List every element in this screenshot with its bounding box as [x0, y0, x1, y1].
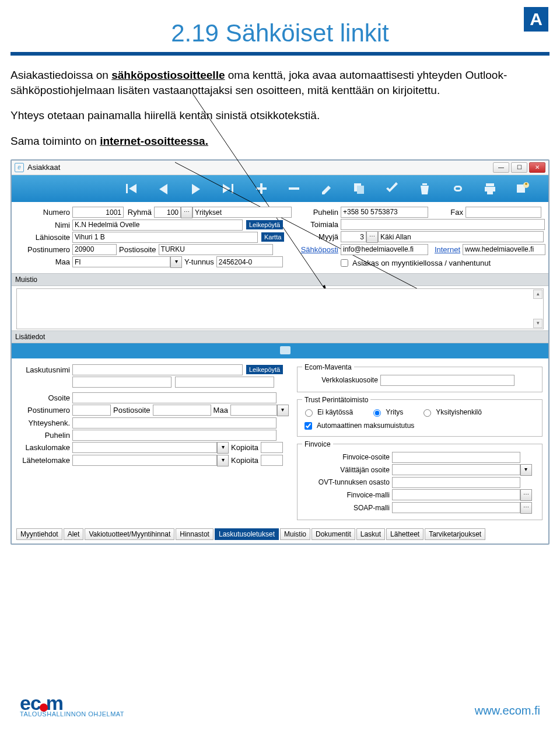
main-toolbar — [12, 175, 548, 202]
remove-icon[interactable] — [286, 180, 302, 197]
paragraph-3: Sama toiminto on internet-osoitteessa. — [10, 134, 550, 149]
postinumero-input[interactable] — [72, 244, 117, 255]
legend-trust: Trust Perintätoimisto — [302, 396, 371, 404]
osoite-input[interactable] — [72, 392, 276, 403]
tab-muistio[interactable]: Muistio — [280, 528, 310, 540]
window-maximize-button[interactable]: ☐ — [511, 162, 527, 173]
confirm-icon[interactable] — [384, 180, 400, 197]
soap-malli-input[interactable] — [392, 502, 520, 513]
tab-tarviketarjoukset[interactable]: Tarviketarjoukset — [425, 528, 485, 540]
puhelin-input[interactable] — [341, 207, 428, 218]
lisatiedot-icon[interactable] — [280, 346, 290, 354]
ytunnus-input[interactable] — [216, 256, 283, 267]
tab-hinnastot[interactable]: Hinnastot — [176, 528, 214, 540]
yhteyshenk-input[interactable] — [72, 417, 276, 429]
internet-input[interactable] — [463, 244, 545, 255]
autom-checkbox-label[interactable]: Automaattinen maksumuistutus — [302, 420, 537, 431]
ryhma-lookup-button[interactable]: ⋯ — [181, 207, 192, 218]
laskulomake-input[interactable] — [72, 442, 217, 453]
next-record-icon[interactable] — [188, 180, 204, 197]
finv-malli-lookup-button[interactable]: ⋯ — [520, 489, 532, 501]
last-record-icon[interactable] — [220, 180, 237, 197]
label-fax: Fax — [428, 208, 466, 217]
radio-yritys[interactable]: Yritys — [370, 407, 403, 417]
tab-alet[interactable]: Alet — [64, 528, 84, 540]
kopioita2-input[interactable] — [261, 455, 283, 466]
label-myyntikielto: Asiakas on myyntikiellossa / vanhentunut — [352, 259, 491, 267]
radio-ei-kaytossa[interactable]: Ei käytössä — [302, 407, 353, 417]
window-close-button[interactable]: ✕ — [529, 162, 545, 173]
tab-laskutusoletukset[interactable]: Laskutusoletukset — [215, 528, 279, 540]
laskutusnimi2-input[interactable] — [72, 377, 172, 388]
verkkolaskuosoite-input[interactable] — [380, 375, 514, 386]
valittajan-input[interactable] — [392, 464, 520, 475]
maa-input[interactable] — [72, 256, 170, 267]
copy-icon[interactable] — [351, 180, 368, 197]
toimiala-input[interactable] — [341, 219, 545, 230]
trash-icon[interactable] — [416, 180, 433, 197]
valittajan-dropdown-button[interactable]: ▾ — [520, 464, 532, 476]
ovt-input[interactable] — [392, 477, 520, 488]
label-lahiosoite: Lähiosoite — [18, 233, 72, 242]
autom-checkbox[interactable] — [304, 422, 312, 430]
lahiosoite-input[interactable] — [72, 232, 258, 243]
nimi-input[interactable] — [72, 220, 243, 231]
myyntikielto-checkbox[interactable] — [341, 259, 348, 267]
first-record-icon[interactable] — [123, 180, 139, 197]
edit-icon[interactable] — [318, 180, 335, 197]
window-title: Asiakkaat — [27, 163, 60, 172]
sahkoposti-input[interactable] — [341, 244, 428, 255]
muistio-scroll-up[interactable]: ▴ — [533, 290, 542, 299]
window-minimize-button[interactable]: — — [493, 162, 509, 173]
postiosoite-input[interactable] — [159, 244, 273, 255]
maa2-dropdown-button[interactable]: ▾ — [277, 405, 289, 416]
legend-ecom-maventa: Ecom-Maventa — [302, 363, 354, 371]
radio-yksityis[interactable]: Yksityishenkilö — [421, 407, 482, 417]
kopioita1-input[interactable] — [261, 442, 283, 453]
trust-group: Trust Perintätoimisto Ei käytössä Yritys… — [297, 396, 542, 437]
laskutusnimi-input[interactable] — [72, 364, 243, 375]
tab-dokumentit[interactable]: Dokumentit — [312, 528, 355, 540]
tab-l-hetteet[interactable]: Lähetteet — [386, 528, 424, 540]
add-icon[interactable] — [253, 180, 270, 197]
label-laskulomake: Laskulomake — [18, 443, 72, 452]
export-icon[interactable] — [514, 180, 531, 197]
myyja-lookup-button[interactable]: ⋯ — [366, 231, 378, 243]
lahetelomake-dropdown-button[interactable]: ▾ — [217, 455, 229, 466]
finv-osoite-input[interactable] — [392, 452, 520, 463]
tab-myyntiehdot[interactable]: Myyntiehdot — [16, 528, 62, 540]
print-icon[interactable] — [482, 180, 498, 197]
tab-laskut[interactable]: Laskut — [356, 528, 385, 540]
postinumero2-input[interactable] — [72, 405, 111, 416]
prev-record-icon[interactable] — [155, 180, 172, 197]
ryhma-name-input[interactable] — [192, 207, 292, 218]
maa-dropdown-button[interactable]: ▾ — [170, 256, 182, 268]
myyja-name-input[interactable] — [378, 231, 544, 242]
finv-malli-input[interactable] — [392, 489, 520, 500]
laskulomake-dropdown-button[interactable]: ▾ — [217, 442, 229, 454]
postiosoite2-input[interactable] — [153, 405, 211, 416]
ryhma-input[interactable] — [154, 207, 181, 218]
label-valittajan: Välittäjän osoite — [302, 466, 392, 474]
sahkoposti-link-label[interactable]: Sähköposti — [298, 245, 341, 254]
kartta-button[interactable]: Kartta — [261, 232, 284, 242]
tab-vakiotuotteet-myyntihinnat[interactable]: Vakiotuotteet/Myyntihinnat — [85, 528, 174, 540]
label-ytunnus: Y-tunnus — [182, 257, 216, 266]
myyja-nro-input[interactable] — [341, 231, 366, 242]
leikepoyta-button-2[interactable]: Leikepöytä — [246, 365, 283, 374]
soap-malli-lookup-button[interactable]: ⋯ — [520, 502, 532, 514]
page-footer: ecm TALOUSHALLINNON OHJELMAT www.ecom.fi — [0, 694, 560, 717]
maa2-input[interactable] — [230, 405, 277, 416]
laskutusnimi3-input[interactable] — [175, 377, 274, 388]
puhelin2-input[interactable] — [72, 430, 276, 441]
numero-input[interactable] — [72, 207, 124, 218]
lahetelomake-input[interactable] — [72, 455, 217, 466]
muistio-scroll-down[interactable]: ▾ — [533, 319, 542, 328]
label-osoite: Osoite — [18, 393, 72, 402]
muistio-textarea[interactable]: ▴ ▾ — [16, 288, 544, 329]
fax-input[interactable] — [466, 207, 541, 218]
label-maa2: Maa — [211, 406, 230, 414]
internet-link-label[interactable]: Internet — [428, 245, 463, 254]
leikepoyta-button-1[interactable]: Leikepöytä — [246, 220, 283, 229]
link-icon[interactable] — [449, 180, 466, 197]
